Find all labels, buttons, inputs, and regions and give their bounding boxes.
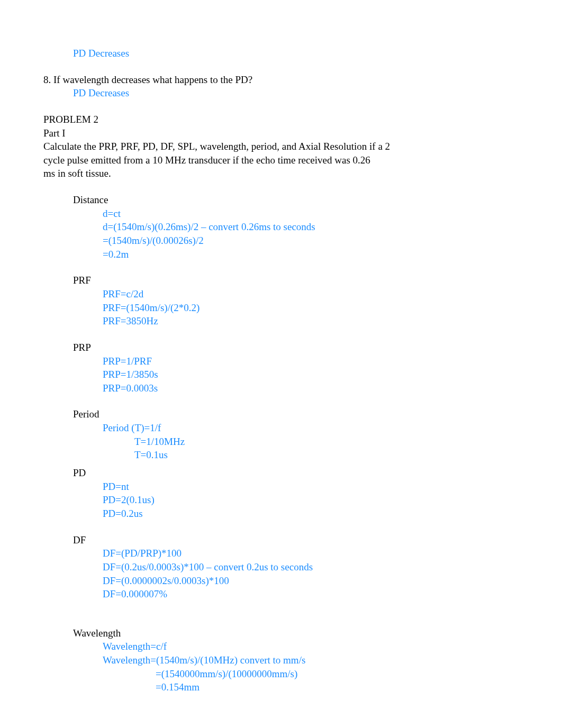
wavelength-line: =0.154mm bbox=[43, 680, 519, 694]
distance-line: =0.2m bbox=[43, 248, 519, 261]
df-heading: DF bbox=[43, 533, 519, 547]
distance-line: d=ct bbox=[43, 207, 519, 221]
wavelength-line: Wavelength=c/f bbox=[43, 640, 519, 653]
df-line: DF=(0.0000002s/0.0003s)*100 bbox=[43, 574, 519, 588]
problem2-part-label: Part I bbox=[43, 126, 519, 140]
distance-heading: Distance bbox=[43, 193, 519, 207]
wavelength-line: Wavelength=(1540m/s)/(10MHz) convert to … bbox=[43, 653, 519, 667]
df-line: DF=(PD/PRP)*100 bbox=[43, 547, 519, 560]
prp-heading: PRP bbox=[43, 341, 519, 354]
problem2-prompt-line2: cycle pulse emitted from a 10 MHz transd… bbox=[43, 153, 519, 167]
df-line: DF=0.000007% bbox=[43, 587, 519, 601]
prp-line: PRP=1/3850s bbox=[43, 368, 519, 381]
problem2-prompt-line3: ms in soft tissue. bbox=[43, 167, 519, 180]
wavelength-heading: Wavelength bbox=[43, 626, 519, 640]
prp-line: PRP=1/PRF bbox=[43, 354, 519, 368]
distance-line: =(1540m/s)/(0.00026s)/2 bbox=[43, 234, 519, 248]
df-line: DF=(0.2us/0.0003s)*100 – convert 0.2us t… bbox=[43, 560, 519, 574]
pd-line: PD=nt bbox=[43, 480, 519, 494]
prf-line: PRF=3850Hz bbox=[43, 314, 519, 328]
period-line: T=0.1us bbox=[43, 448, 519, 462]
q8-question: 8. If wavelength decreases what happens … bbox=[43, 73, 519, 87]
problem2-prompt-line1: Calculate the PRP, PRF, PD, DF, SPL, wav… bbox=[43, 140, 519, 153]
wavelength-line: =(1540000mm/s)/(10000000mm/s) bbox=[43, 667, 519, 681]
problem2-title: PROBLEM 2 bbox=[43, 113, 519, 126]
period-heading: Period bbox=[43, 407, 519, 421]
pd-heading: PD bbox=[43, 466, 519, 480]
q7-answer: PD Decreases bbox=[43, 47, 519, 60]
period-line: Period (T)=1/f bbox=[43, 421, 519, 435]
period-line: T=1/10MHz bbox=[43, 435, 519, 449]
pd-line: PD=0.2us bbox=[43, 507, 519, 521]
distance-line: d=(1540m/s)(0.26ms)/2 – convert 0.26ms t… bbox=[43, 220, 519, 234]
prf-heading: PRF bbox=[43, 274, 519, 287]
q8-answer: PD Decreases bbox=[43, 86, 519, 100]
prf-line: PRF=c/2d bbox=[43, 287, 519, 301]
prf-line: PRF=(1540m/s)/(2*0.2) bbox=[43, 301, 519, 315]
pd-line: PD=2(0.1us) bbox=[43, 493, 519, 507]
prp-line: PRP=0.0003s bbox=[43, 381, 519, 395]
